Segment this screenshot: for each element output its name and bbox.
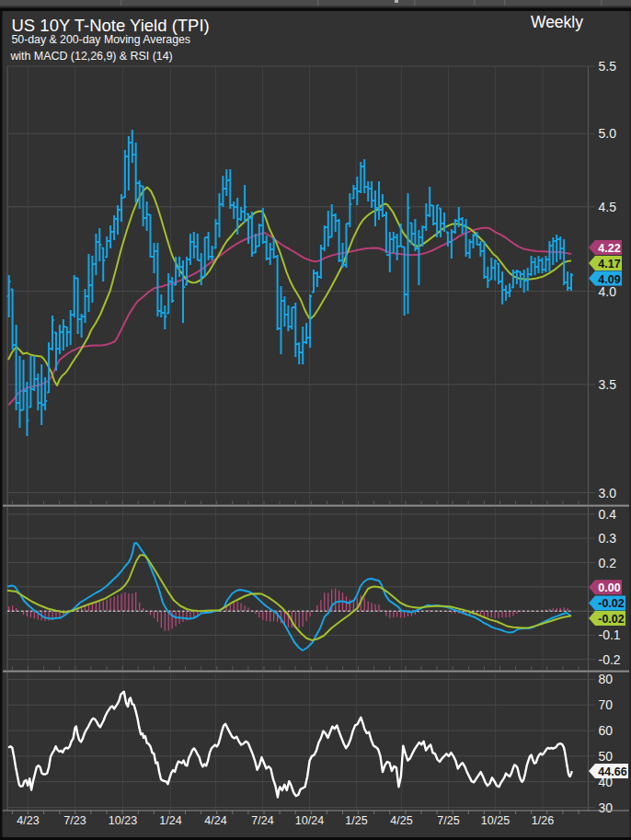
svg-text:4/25: 4/25 [390,814,412,827]
svg-text:Weekly: Weekly [531,13,583,31]
svg-text:-0.02: -0.02 [598,597,625,610]
svg-text:30: 30 [599,800,614,815]
svg-text:5.5: 5.5 [599,59,617,74]
svg-text:3.5: 3.5 [599,377,617,392]
svg-text:10/24: 10/24 [295,814,324,827]
svg-text:0.4: 0.4 [599,507,617,522]
svg-text:7/25: 7/25 [437,814,459,827]
svg-text:-0.1: -0.1 [599,627,621,642]
svg-text:0.2: 0.2 [599,556,617,570]
svg-text:3.0: 3.0 [599,486,617,501]
svg-text:80: 80 [599,672,614,686]
svg-text:1/24: 1/24 [159,814,181,827]
svg-text:7/24: 7/24 [251,814,273,827]
svg-text:70: 70 [599,697,614,712]
svg-text:1/26: 1/26 [532,814,554,827]
svg-text:50-day & 200-day Moving Averag: 50-day & 200-day Moving Averages [12,33,190,46]
svg-text:1/25: 1/25 [345,814,367,827]
svg-text:-0.2: -0.2 [599,652,621,667]
svg-text:4/24: 4/24 [204,814,226,827]
svg-text:60: 60 [599,723,614,738]
svg-text:-0.02: -0.02 [598,613,625,626]
svg-text:4.09: 4.09 [598,273,620,286]
svg-text:44.66: 44.66 [598,765,626,778]
svg-text:0.3: 0.3 [599,531,617,546]
svg-text:0.00: 0.00 [598,581,620,594]
svg-text:7/23: 7/23 [63,814,86,827]
svg-text:5.0: 5.0 [599,126,617,141]
svg-text:50: 50 [599,749,614,764]
svg-text:with MACD (12,26,9) & RSI (14): with MACD (12,26,9) & RSI (14) [9,50,172,63]
svg-text:4.17: 4.17 [598,258,620,270]
svg-text:4/23: 4/23 [17,814,39,827]
svg-text:4.0: 4.0 [599,284,617,299]
svg-text:10/25: 10/25 [481,814,510,827]
svg-text:4.5: 4.5 [599,200,617,214]
svg-text:10/23: 10/23 [109,814,137,827]
svg-text:4.22: 4.22 [598,242,620,255]
